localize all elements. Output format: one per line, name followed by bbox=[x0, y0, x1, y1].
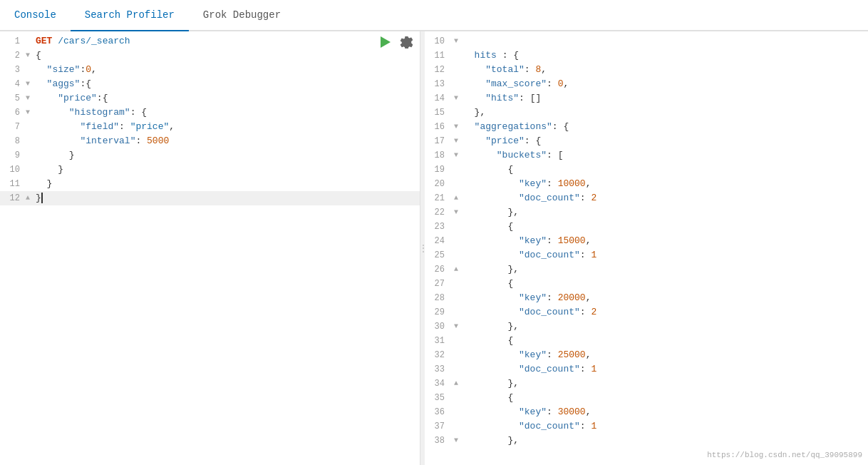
output-line-36: 36 "key": 30000, bbox=[425, 405, 868, 419]
editor-line-1: 1 GET /cars/_search bbox=[0, 34, 420, 48]
output-line-30: 30 ▼ }, bbox=[425, 320, 868, 334]
output-line-31: 31 { bbox=[425, 334, 868, 348]
tab-search-profiler[interactable]: Search Profiler bbox=[71, 0, 189, 31]
output-line-19: 19 { bbox=[425, 163, 868, 177]
editor-line-12: 12 ▲ }​ bbox=[0, 191, 420, 205]
output-line-13: 13 "max_score": 0, bbox=[425, 77, 868, 91]
editor-line-3: 3 "size":0, bbox=[0, 63, 420, 77]
output-panel: 10 ▼ 11 hits : { 12 "total": 8, 13 "max_… bbox=[425, 31, 868, 465]
editor-line-7: 7 "field": "price", bbox=[0, 120, 420, 134]
output-line-11: 11 hits : { bbox=[425, 48, 868, 63]
editor-line-10: 10 } bbox=[0, 163, 420, 177]
output-line-20: 20 "key": 10000, bbox=[425, 177, 868, 191]
output-line-25: 25 "doc_count": 1 bbox=[425, 248, 868, 262]
output-line-18: 18 ▼ "buckets": [ bbox=[425, 148, 868, 163]
svg-marker-0 bbox=[381, 36, 391, 48]
output-line-29: 29 "doc_count": 2 bbox=[425, 305, 868, 320]
output-line-34: 34 ▲ }, bbox=[425, 377, 868, 391]
output-line-10: 10 ▼ bbox=[425, 34, 868, 48]
output-line-16: 16 ▼ "aggregations": { bbox=[425, 120, 868, 134]
tab-grok-debugger[interactable]: Grok Debugger bbox=[189, 0, 295, 31]
output-line-38: 38 ▼ }, bbox=[425, 434, 868, 448]
output-line-33: 33 "doc_count": 1 bbox=[425, 362, 868, 377]
editor-toolbar bbox=[377, 34, 414, 50]
output-line-23: 23 { bbox=[425, 220, 868, 234]
output-line-32: 32 "key": 25000, bbox=[425, 348, 868, 362]
output-line-24: 24 "key": 15000, bbox=[425, 234, 868, 248]
output-line-15: 15 }, bbox=[425, 106, 868, 120]
editor-line-4: 4 ▼ "aggs":{ bbox=[0, 77, 420, 91]
code-editor[interactable]: 1 GET /cars/_search 2 ▼ { 3 "size":0, 4 … bbox=[0, 31, 420, 465]
output-line-17: 17 ▼ "price": { bbox=[425, 134, 868, 148]
watermark: https://blog.csdn.net/qq_39095899 bbox=[707, 451, 862, 459]
output-line-27: 27 { bbox=[425, 277, 868, 291]
main-content: 1 GET /cars/_search 2 ▼ { 3 "size":0, 4 … bbox=[0, 31, 868, 465]
editor-line-6: 6 ▼ "histogram": { bbox=[0, 106, 420, 120]
settings-button[interactable] bbox=[398, 34, 414, 50]
editor-line-11: 11 } bbox=[0, 177, 420, 191]
editor-line-8: 8 "interval": 5000 bbox=[0, 134, 420, 148]
output-line-21: 21 ▲ "doc_count": 2 bbox=[425, 191, 868, 205]
editor-line-2: 2 ▼ { bbox=[0, 48, 420, 63]
tab-console[interactable]: Console bbox=[0, 0, 71, 31]
output-line-35: 35 { bbox=[425, 391, 868, 405]
editor-line-5: 5 ▼ "price":{ bbox=[0, 91, 420, 106]
run-button[interactable] bbox=[377, 34, 393, 50]
editor-line-9: 9 } bbox=[0, 148, 420, 163]
output-line-37: 37 "doc_count": 1 bbox=[425, 419, 868, 434]
editor-panel: 1 GET /cars/_search 2 ▼ { 3 "size":0, 4 … bbox=[0, 31, 420, 465]
output-line-22: 22 ▼ }, bbox=[425, 205, 868, 220]
output-line-14: 14 ▼ "hits": [] bbox=[425, 91, 868, 106]
output-line-26: 26 ▲ }, bbox=[425, 262, 868, 277]
tab-bar: Console Search Profiler Grok Debugger bbox=[0, 0, 868, 31]
output-line-12: 12 "total": 8, bbox=[425, 63, 868, 77]
output-line-28: 28 "key": 20000, bbox=[425, 291, 868, 305]
